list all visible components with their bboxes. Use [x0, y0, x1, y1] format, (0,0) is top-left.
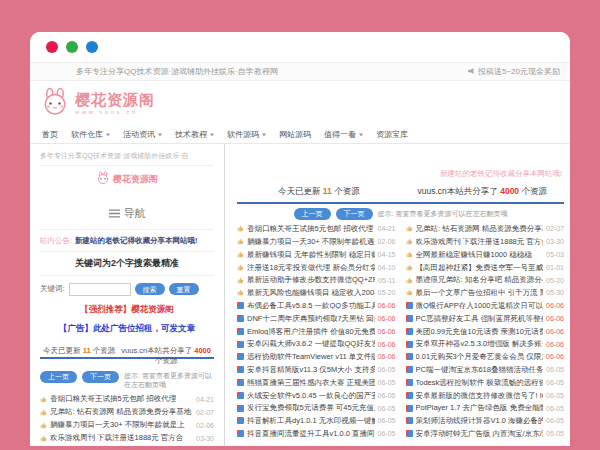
list-item[interactable]: 火绒安全软件v5.0.45 一款良心的国产安全软件 06-05 — [237, 389, 396, 402]
list-item[interactable]: 最新赚钱项目 无年龄性别限制 稳定日赚 04-15 — [40, 445, 214, 446]
nav-item[interactable]: 值得一看 — [324, 129, 363, 140]
list-item[interactable]: 安卓浮动时钟无广告版 内置淘宝/京东/苏宁/拼 06-05 — [406, 427, 565, 440]
item-date: 05-30 — [546, 289, 564, 296]
reset-button[interactable]: 重置 — [169, 283, 199, 295]
item-title: 安卓闪截大师v3.6.2 一键提取QQ好友发送的闪照 — [247, 340, 375, 348]
list-item[interactable]: 发行宝免费领取5元话费券 可45元充值三网50 06-05 — [237, 402, 396, 415]
list-item[interactable]: Emlog博客用户注册插件 价值80元免费分享 06-06 — [237, 325, 396, 338]
window-minimize-button[interactable] — [66, 41, 78, 53]
list-item[interactable]: 抖音直播间流量提升工具v1.0.0 直播间自动发 06-05 — [237, 427, 396, 440]
item-date: 06-05 — [546, 405, 564, 412]
next-page-button[interactable]: 下一页 — [82, 371, 119, 383]
nav-item[interactable]: 网站源码 — [279, 129, 311, 140]
list-item[interactable]: 躺赚暴力项目一天30+ 不限制年龄就是上 02-06 — [40, 419, 214, 432]
list-item[interactable]: 躺赚暴力项目一天30+ 不限制年龄机遇上车 02-06 — [237, 235, 396, 248]
item-date: 04-21 — [378, 225, 396, 232]
item-date: 06-06 — [546, 328, 564, 335]
nav-item[interactable]: 技术教程 — [175, 129, 214, 140]
new-icon — [406, 430, 413, 437]
nav-item[interactable]: 首页 — [42, 129, 58, 140]
item-date: 06-05 — [546, 417, 564, 424]
list-item[interactable]: 最新无风险也能赚钱项目 稳定收入200-500元 05-20 — [237, 286, 396, 299]
search-input[interactable] — [69, 283, 131, 296]
site-header: 樱花资源阁 www.vuus.cn — [30, 81, 570, 126]
nav-item[interactable]: 软件仓库 — [71, 129, 110, 140]
list-item[interactable]: 安卓双开神器v2.5.3.0增强版 解决多账号切换 06-06 — [406, 338, 565, 351]
new-icon — [406, 353, 413, 360]
item-date: 06-05 — [378, 430, 396, 437]
item-title: Todesk远程控制软件 极致流畅的远程协助工具 — [416, 379, 544, 387]
thumb-up-icon — [406, 238, 413, 245]
item-title: 躺赚暴力项目一天30+ 不限制年龄就是上 — [50, 421, 193, 429]
list-item[interactable]: 香烟口粮关哥王试抽5元包邮 招收代理 04-21 — [40, 393, 214, 406]
list-item[interactable]: 0.01元购买3个月爱奇艺黄金会员 仅限京东白 06-06 — [406, 350, 565, 363]
sidebar-site-title: 樱花资源阁 — [113, 175, 158, 185]
submit-reward-link[interactable]: 投稿送5~20元现金奖励 — [467, 66, 560, 77]
item-date: 01-01 — [546, 264, 564, 271]
new-icon — [237, 430, 244, 437]
list-item[interactable]: 兄弟站: 钻石资源网 精品资源免费分享基地 02-07 — [406, 223, 565, 236]
list-item[interactable]: 抖音解析工具dy1.0.1 无水印视频一键解析软件 06-05 — [237, 414, 396, 427]
list-item[interactable]: 注册送18元零投资做代理 新会员分红拿1000 04-10 — [237, 261, 396, 274]
recommend-link[interactable]: 【强烈推荐】樱花资源阁 — [40, 298, 214, 318]
list-item[interactable]: 安卓抖音精简版v11.3 仅5M大小 支持多账号登录 06-05 — [237, 363, 396, 376]
list-item[interactable]: Todesk远程控制软件 极致流畅的远程协助工具 06-05 — [406, 376, 565, 389]
list-item[interactable]: 全网最新稳定赚钱日赚1000 稳稳稳 05-03 — [406, 248, 565, 261]
list-item[interactable]: 欢乐游戏周刊 下载注册送1888元 官方合 03-30 — [40, 432, 214, 445]
site-logo[interactable]: 樱花资源阁 www.vuus.cn — [40, 87, 155, 121]
list-item[interactable]: 兄弟站: 钻石资源网 精品资源免费分享基地 02-07 — [40, 406, 214, 419]
list-item[interactable]: PC恶搞整好友工具 强制蓝屏死机等整蛊专家 效 06-06 — [406, 312, 565, 325]
list-item[interactable]: 远程协助软件TeamViewer v11 单文件版 方便 06-06 — [237, 350, 396, 363]
prev-page-button[interactable]: 上一页 — [294, 208, 331, 220]
list-item[interactable]: 香烟口粮关哥王试抽5元包邮 招收代理 04-21 — [237, 223, 396, 236]
thumb-up-icon — [406, 251, 413, 258]
item-title: 安卓最新版的微信支持修改微信号了! IOS版 — [416, 392, 544, 400]
announcement-marquee: 新建站的老铁记得收藏分享本网站哦! — [237, 170, 564, 178]
item-date: 05-20 — [378, 289, 396, 296]
new-icon — [237, 366, 244, 373]
new-icon — [406, 417, 413, 424]
list-item[interactable]: PotPlayer 1.7 去广告绿色版 免费全能影音播 06-05 — [406, 402, 565, 415]
nav-item[interactable]: 软件源码 — [227, 129, 266, 140]
list-item[interactable]: 最新赚钱项目 无年龄性别限制 稳定日赚300+ 04-15 — [237, 248, 396, 261]
sidebar-pagination: 上一页 下一页 提示: 需要查看更多资源可以在左右翻页哦 — [40, 371, 214, 393]
window-close-button[interactable] — [46, 41, 58, 53]
list-item[interactable]: PC端一键淘宝京东618叠猫猫活动任务工具 06-05 — [406, 363, 565, 376]
nav-item[interactable]: 活动资讯 — [123, 129, 162, 140]
new-icon — [237, 417, 244, 424]
list-item[interactable]: DNF十二周年庆典预约领取7天黑钻 回归用户 06-06 — [237, 312, 396, 325]
new-icon — [237, 353, 244, 360]
nav-item[interactable]: 资源宝库 — [376, 129, 408, 140]
thumb-up-icon — [237, 238, 244, 245]
resource-column-right: 兄弟站: 钻石资源网 精品资源免费分享基地 02-07 欢乐游戏周刊 下载注册送… — [406, 223, 565, 441]
item-title: PC恶搞整好友工具 强制蓝屏死机等整蛊专家 效 — [416, 315, 544, 323]
list-item[interactable]: 【高田超神赶紧】免费送空军一号至威1970s 01-01 — [406, 261, 565, 274]
sidebar-logo[interactable]: 樱花资源阁 — [40, 166, 214, 198]
sidebar-nav-toggle[interactable]: 导航 — [40, 198, 214, 230]
ad-slot-link[interactable]: 【广告】此处广告位招租，可发文章 — [40, 318, 214, 343]
pagination-tip: 提示: 需要查看更多资源可以在左右翻页哦 — [124, 371, 212, 389]
list-item[interactable]: 墨迹痕兄弟站: 知名分享吧 精品资源分享基地 05-20 — [406, 274, 565, 287]
list-item[interactable]: 安卓最新版的微信支持修改微信号了! IOS版 06-05 — [406, 389, 565, 402]
list-item[interactable]: 安卓闪截大师v3.6.2 一键提取QQ好友发送的闪照 06-06 — [237, 338, 396, 351]
list-item[interactable]: 最新运动助手修改步数支持微信QQ+ZFB步 05-11 — [237, 274, 396, 287]
item-date: 04-21 — [196, 396, 214, 403]
list-item[interactable]: 微Q银行APP存入1000元返精次日可以获得返 06-06 — [406, 299, 565, 312]
sidebar-notice: 站内公告: 新建站的老铁记得收藏分享本网站哦! — [40, 230, 214, 251]
prev-page-button[interactable]: 上一页 — [40, 371, 77, 383]
bunny-icon — [96, 171, 110, 189]
list-item[interactable]: 美团0.99元充值10元话费 亲测10元话费秒到 06-06 — [406, 325, 565, 338]
list-item[interactable]: 最后一个文章广告位招租中 引千万流 聚八方 05-30 — [406, 286, 565, 299]
list-item[interactable]: 布偶必备工具v5.8.5 一款QQ多功能工具箱软件 06-06 — [237, 299, 396, 312]
bunny-icon — [40, 87, 70, 121]
next-page-button[interactable]: 下一页 — [336, 208, 373, 220]
list-item[interactable]: 策划师活动线报计算器V1.0 海赚必备的一款软 06-05 — [406, 414, 565, 427]
window-maximize-button[interactable] — [86, 41, 98, 53]
list-item[interactable]: 欢乐游戏周刊 下载注册送1888元 官方合作 03-30 — [406, 235, 565, 248]
list-item[interactable]: 熊猫直播第三届性感内衣大赛 正规美团等小软件 06-05 — [237, 376, 396, 389]
updated-count: 11 — [323, 186, 332, 196]
item-title: 全网最新稳定赚钱日赚1000 稳稳稳 — [416, 251, 544, 259]
search-button[interactable]: 搜索 — [135, 283, 165, 295]
browser-window: 多年专注分享QQ技术资源·游戏辅助外挂娱乐·自学教程网 投稿送5~20元现金奖励… — [30, 32, 570, 446]
item-date: 06-05 — [378, 392, 396, 399]
